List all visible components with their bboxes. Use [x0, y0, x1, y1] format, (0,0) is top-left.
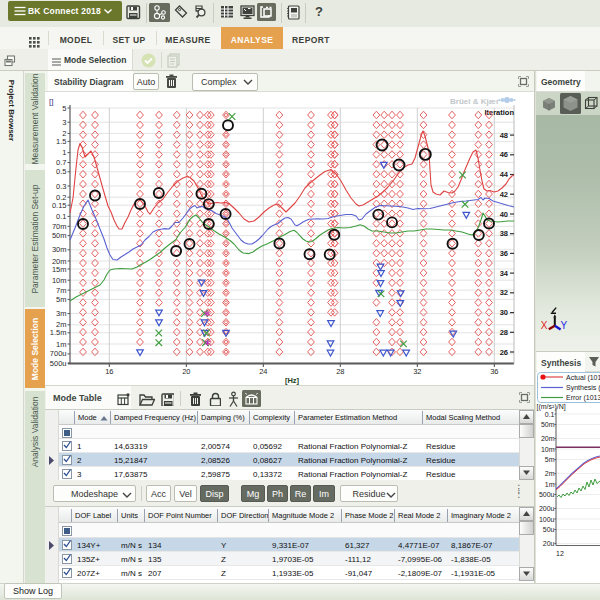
svg-text:1.5m: 1.5m: [50, 328, 67, 337]
svg-text:3: 3: [62, 118, 66, 127]
svg-text:30: 30: [500, 308, 508, 317]
svg-text:5m: 5m: [56, 295, 66, 304]
svg-text:36: 36: [500, 249, 508, 258]
svg-text:[]: []: [49, 97, 53, 106]
svg-text:5: 5: [62, 104, 66, 113]
svg-text:50m: 50m: [52, 231, 67, 240]
svg-text:32: 32: [500, 288, 508, 297]
svg-text:2m: 2m: [545, 470, 555, 477]
svg-text:100u: 100u: [539, 516, 555, 523]
svg-text:30m: 30m: [52, 245, 67, 254]
svg-text:20u: 20u: [543, 540, 555, 547]
svg-text:5m: 5m: [545, 456, 555, 463]
svg-text:1.5: 1.5: [56, 137, 66, 146]
svg-text:16: 16: [105, 367, 113, 376]
svg-text:42: 42: [500, 190, 508, 199]
svg-text:48: 48: [500, 131, 508, 140]
svg-text:Iteration: Iteration: [484, 108, 514, 117]
svg-text:1m: 1m: [545, 481, 555, 488]
svg-text:32: 32: [413, 367, 421, 376]
svg-text:0.15: 0.15: [52, 201, 67, 210]
svg-text:40: 40: [500, 210, 508, 219]
svg-text:70m: 70m: [52, 222, 67, 231]
svg-text:24: 24: [259, 367, 267, 376]
svg-text:10m: 10m: [541, 446, 555, 453]
svg-text:[Hz]: [Hz]: [285, 376, 300, 385]
svg-text:50m: 50m: [541, 421, 555, 428]
svg-text:28: 28: [500, 328, 508, 337]
svg-text:38: 38: [500, 229, 508, 238]
svg-text:500u: 500u: [50, 359, 67, 368]
svg-text:1m: 1m: [56, 340, 66, 349]
svg-text:12: 12: [556, 550, 564, 557]
svg-text:0.1: 0.1: [56, 212, 66, 221]
svg-text:Synthesis (: Synthesis (: [566, 384, 600, 392]
svg-text:20m: 20m: [541, 435, 555, 442]
svg-text:500u: 500u: [539, 491, 555, 498]
svg-text:Actual (101: Actual (101: [566, 374, 600, 382]
svg-text:28: 28: [336, 367, 344, 376]
svg-text:0.1: 0.1: [545, 411, 555, 418]
svg-text:50u: 50u: [543, 526, 555, 533]
svg-text:0.7: 0.7: [56, 158, 66, 167]
svg-text:20: 20: [182, 367, 190, 376]
svg-text:0.3: 0.3: [56, 182, 66, 191]
svg-text:7m: 7m: [56, 286, 66, 295]
svg-text:44: 44: [500, 170, 509, 179]
svg-text:Brüel & Kjær: Brüel & Kjær: [450, 97, 499, 106]
svg-text:Y: Y: [561, 320, 568, 331]
svg-text:15m: 15m: [52, 265, 67, 274]
svg-text:200u: 200u: [539, 505, 555, 512]
svg-text:1: 1: [62, 148, 66, 157]
svg-text:0.5: 0.5: [56, 167, 66, 176]
svg-text:34: 34: [500, 269, 509, 278]
svg-text:36: 36: [490, 367, 498, 376]
svg-text:3m: 3m: [56, 309, 66, 318]
svg-text:Error (1013: Error (1013: [566, 394, 600, 402]
svg-text:10m: 10m: [52, 276, 67, 285]
svg-text:X: X: [541, 320, 548, 331]
svg-text:700u: 700u: [50, 349, 67, 358]
svg-text:26: 26: [500, 348, 508, 357]
svg-text:46: 46: [500, 150, 508, 159]
